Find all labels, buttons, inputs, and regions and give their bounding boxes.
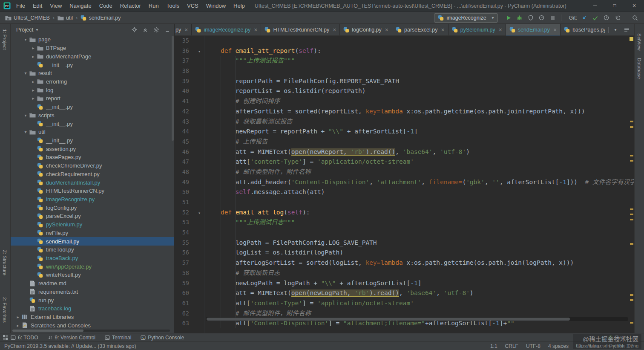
code-line-54[interactable]: 54: [175, 228, 634, 238]
toolwindow-6-todo[interactable]: 6: TODO: [11, 335, 38, 341]
warning-stripe-mark[interactable]: [630, 214, 633, 215]
code-line-39[interactable]: 39 reportPath = FilePathConfig.REPORT_SA…: [175, 76, 634, 87]
warning-stripe-mark[interactable]: [630, 219, 633, 220]
line-number[interactable]: 38: [175, 66, 189, 76]
scrollbar-thumb[interactable]: [12, 330, 83, 332]
code-line-38[interactable]: 38: [175, 66, 634, 76]
tree-item-parseexcel.py[interactable]: parseExcel.py: [11, 212, 174, 220]
menu-refactor[interactable]: Refactor: [116, 0, 145, 12]
code-editor[interactable]: 3536▾ def email_att_report(self):37 """上…: [175, 36, 634, 333]
tree-item-requirements.txt[interactable]: requirements.txt: [11, 288, 174, 296]
code-line-52[interactable]: 52▾ def email_att_log(self):: [175, 208, 634, 218]
window-switcher-icon[interactable]: [0, 335, 11, 340]
stop-button[interactable]: [547, 13, 558, 23]
line-number[interactable]: 55: [175, 238, 189, 248]
menu-vcs[interactable]: VCS: [183, 0, 202, 12]
editor-menu-button[interactable]: [622, 25, 631, 35]
commit-button[interactable]: [589, 13, 601, 23]
tree-item-traceback.py[interactable]: traceBack.py: [11, 254, 174, 263]
collapse-all-button[interactable]: [141, 25, 150, 35]
warning-stripe-mark[interactable]: [630, 121, 633, 122]
warning-stripe-mark[interactable]: [630, 299, 633, 301]
line-number[interactable]: 52: [175, 208, 189, 218]
settings-gear-button[interactable]: [152, 25, 161, 35]
line-number[interactable]: 44: [175, 127, 189, 137]
tree-item-sendemail.py[interactable]: sendEmail.py: [11, 237, 174, 246]
tree-item-logconfig.py[interactable]: logConfig.py: [11, 203, 174, 212]
tree-item-run.py[interactable]: run.py: [11, 296, 174, 304]
code-line-57[interactable]: 57 afterLogSortList = sorted(logList, ke…: [175, 258, 634, 268]
maximize-button[interactable]: □: [605, 0, 624, 12]
breadcrumb-item-sendemail-py[interactable]: sendEmail.py: [80, 15, 121, 21]
close-button[interactable]: ×: [624, 0, 644, 12]
run-config-select[interactable]: imageRecognize ▾: [434, 13, 498, 23]
tree-collapsed-icon[interactable]: ▸: [30, 88, 36, 93]
tree-item-pyselenium.py[interactable]: pySelenium.py: [11, 220, 174, 229]
code-line-36[interactable]: 36▾ def email_att_report(self):: [175, 46, 634, 56]
line-number[interactable]: 59: [175, 278, 189, 289]
inspection-indicator[interactable]: [630, 37, 633, 41]
code-line-58[interactable]: 58 # 获取最新日志: [175, 268, 634, 278]
tree-item-btpage[interactable]: ▸BTPage: [11, 44, 174, 52]
run-button[interactable]: [503, 13, 514, 23]
tab-close-icon[interactable]: ×: [441, 27, 445, 33]
toolwindow-terminal[interactable]: Terminal: [105, 335, 131, 341]
line-number[interactable]: 57: [175, 258, 189, 268]
rollback-button[interactable]: [612, 13, 623, 23]
line-number[interactable]: 37: [175, 56, 189, 66]
tree-item-page[interactable]: ▾page: [11, 35, 174, 44]
line-number[interactable]: 62: [175, 309, 189, 319]
code-line-56[interactable]: 56 logList = os.listdir(logPath): [175, 248, 634, 258]
line-number[interactable]: 48: [175, 167, 189, 177]
tree-expanded-icon[interactable]: ▾: [23, 130, 29, 134]
tree-item-basepages.py[interactable]: basePages.py: [11, 153, 174, 162]
tab-htmltestrunnercn.py[interactable]: HTMLTestRunnerCN.py×: [261, 24, 340, 35]
line-number[interactable]: 41: [175, 96, 189, 107]
warning-stripe-mark[interactable]: [630, 243, 633, 245]
warning-stripe-mark[interactable]: [630, 294, 633, 296]
tree-item-scratches-and-consoles[interactable]: ▸Scratches and Consoles: [11, 321, 174, 329]
tree-collapsed-icon[interactable]: ▸: [30, 46, 36, 50]
tree-item-rwfile.py[interactable]: rwFile.py: [11, 229, 174, 237]
line-number[interactable]: 63: [175, 318, 189, 329]
tree-item-duomerchantinstall.py[interactable]: duoMerchantInstall.py: [11, 178, 174, 187]
line-number[interactable]: 58: [175, 268, 189, 278]
menu-navigate[interactable]: Navigate: [66, 0, 95, 12]
hide-panel-button[interactable]: [163, 25, 172, 35]
tree-expanded-icon[interactable]: ▾: [23, 71, 29, 75]
line-number[interactable]: 46: [175, 147, 189, 157]
profiler-button[interactable]: [536, 12, 547, 23]
tab-parseexcel.py[interactable]: parseExcel.py×: [392, 24, 448, 35]
line-number[interactable]: 36: [175, 46, 189, 56]
tree-item-log[interactable]: ▸log: [11, 86, 174, 94]
menu-tools[interactable]: Tools: [163, 0, 183, 12]
menu-help[interactable]: Help: [230, 0, 249, 12]
line-number[interactable]: 54: [175, 228, 189, 238]
status-crlf[interactable]: CRLF: [501, 343, 522, 349]
project-horizontal-scrollbar[interactable]: [12, 330, 170, 332]
tree-collapsed-icon[interactable]: ▸: [15, 323, 21, 328]
tree-item-traceback.log[interactable]: traceback.log: [11, 304, 174, 313]
code-line-59[interactable]: 59 newLogPath = logPath + "\\" + afterLo…: [175, 278, 634, 289]
tree-collapsed-icon[interactable]: ▸: [30, 96, 36, 101]
menu-window[interactable]: Window: [202, 0, 230, 12]
toolwindow-python-console[interactable]: Python Console: [141, 335, 184, 341]
code-line-37[interactable]: 37 """上传测试报告""": [175, 56, 634, 66]
tree-item-readme.md[interactable]: readme.md: [11, 279, 174, 288]
coverage-button[interactable]: [525, 12, 536, 23]
tree-item-timetool.py[interactable]: timeTool.py: [11, 246, 174, 254]
line-number[interactable]: 49: [175, 177, 189, 188]
locate-button[interactable]: [130, 25, 138, 35]
code-line-53[interactable]: 53 """上传测试日志""": [175, 217, 634, 228]
line-number[interactable]: 39: [175, 76, 189, 87]
tree-expanded-icon[interactable]: ▾: [23, 37, 29, 42]
toolstrip-structure[interactable]: Z: Structure: [2, 250, 7, 275]
tree-item-errorimg[interactable]: ▸errorImg: [11, 78, 174, 86]
code-line-43[interactable]: 43 # 获取最新测试报告: [175, 117, 634, 127]
debug-button[interactable]: [514, 12, 525, 23]
code-line-55[interactable]: 55 logPath = FilePathConfig.LOG_SAVE_PAT…: [175, 238, 634, 248]
menu-run[interactable]: Run: [145, 0, 163, 12]
tab-basepages.py[interactable]: basePages.py×: [561, 24, 605, 35]
tree-item-imagerecognize.py[interactable]: imageRecognize.py: [11, 195, 174, 204]
status-4-spaces[interactable]: 4 spaces: [544, 343, 572, 349]
